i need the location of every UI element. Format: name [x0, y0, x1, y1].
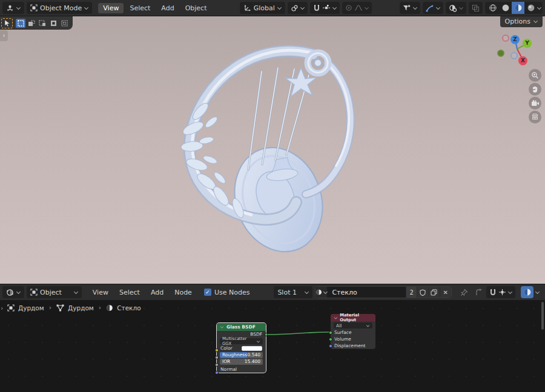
menu-select[interactable]: Select	[114, 287, 145, 298]
proportional-editing-group[interactable]	[342, 2, 372, 14]
snap-settings-group[interactable]	[310, 2, 340, 14]
node-wire-surface	[0, 300, 545, 392]
new-material-copy-button[interactable]	[428, 286, 440, 298]
zoom-button[interactable]	[529, 69, 541, 82]
unlink-material-button[interactable]: ✕	[440, 286, 451, 298]
overlays-dropdown[interactable]	[446, 2, 466, 14]
3d-viewport[interactable]: Options › Z Y X	[0, 16, 545, 284]
collapse-node-icon[interactable]	[220, 325, 224, 329]
breadcrumb-label: Дурдом	[68, 304, 94, 312]
socket-roughness[interactable]	[215, 356, 219, 359]
menu-object[interactable]: Object	[180, 3, 212, 13]
chevron-down-icon	[436, 6, 440, 10]
menu-view[interactable]: View	[98, 3, 124, 13]
glass-bsdf-node[interactable]: Glass BSDF BSDF Multiscatter GGX Color R…	[217, 323, 266, 373]
object-visibility-dropdown[interactable]	[400, 2, 420, 14]
socket-displacement[interactable]	[329, 344, 332, 348]
toolbar-expand-tab[interactable]: ›	[0, 30, 8, 41]
material-browse-dropdown[interactable]	[315, 286, 327, 298]
snap-toggle-group[interactable]	[288, 2, 308, 14]
shading-solid-button[interactable]	[499, 2, 512, 14]
select-intersect-button[interactable]	[59, 19, 69, 28]
select-extend-button[interactable]	[27, 19, 36, 28]
lyre-object[interactable]	[173, 44, 378, 270]
chevron-down-icon	[16, 290, 21, 295]
menu-add[interactable]: Add	[156, 3, 179, 13]
overlay-toggle-group[interactable]	[518, 286, 543, 298]
select-set-button[interactable]	[16, 19, 25, 28]
target-dropdown[interactable]: All	[334, 322, 372, 328]
shader-node-canvas[interactable]: › Дурдом › Дурдом › Стекло	[0, 300, 545, 392]
select-mode-group	[16, 19, 69, 28]
pin-icon[interactable]	[460, 289, 468, 296]
object-icon	[7, 304, 15, 312]
chevron-down-icon	[74, 290, 78, 295]
node-editor-scrollbar[interactable]	[541, 302, 544, 330]
shading-rendered-button[interactable]	[524, 2, 537, 14]
socket-bsdf-output[interactable]	[265, 333, 268, 336]
move-view-button[interactable]	[529, 83, 541, 96]
object-icon	[30, 289, 38, 296]
menu-select[interactable]: Select	[125, 3, 155, 13]
select-subtract-button[interactable]	[38, 19, 47, 28]
material-slot-dropdown[interactable]: Slot 1	[274, 286, 312, 298]
socket-normal[interactable]	[215, 371, 219, 374]
xray-toggle[interactable]	[469, 2, 483, 14]
magnet-icon	[489, 289, 497, 296]
fake-user-button[interactable]	[417, 286, 428, 298]
material-users-count[interactable]: 2	[406, 286, 416, 298]
gizmo-axis-z[interactable]: Z	[510, 35, 520, 44]
socket-ior[interactable]	[215, 363, 219, 367]
3d-viewport-editor-icon	[6, 4, 14, 11]
overlays-icon	[449, 4, 457, 12]
options-dropdown[interactable]: Options	[500, 16, 543, 27]
object-mode-icon	[30, 4, 38, 11]
chevron-down-icon	[508, 290, 512, 295]
perspective-toggle-button[interactable]	[529, 111, 541, 123]
node-snap-group[interactable]	[486, 286, 515, 298]
distribution-dropdown[interactable]: Multiscatter GGX	[220, 338, 263, 344]
mode-dropdown[interactable]: Object Mode	[27, 2, 92, 14]
menu-view[interactable]: View	[88, 287, 113, 298]
sidebar-expand-chevron[interactable]: ›	[1, 304, 3, 312]
node-overlays-button[interactable]	[521, 286, 533, 298]
gizmo-axis-y[interactable]: Y	[523, 39, 532, 48]
socket-volume[interactable]	[329, 338, 332, 341]
gizmo-axis-neg-y[interactable]	[497, 50, 504, 57]
navigation-gizmo[interactable]: Z Y X	[495, 31, 534, 70]
color-swatch[interactable]	[242, 346, 262, 351]
shader-type-label: Object	[40, 289, 62, 296]
material-output-node[interactable]: Material Output All Surface Volume Displ…	[331, 314, 375, 349]
shader-type-dropdown[interactable]: Object	[27, 286, 82, 298]
gizmo-axis-neg-x[interactable]	[502, 34, 509, 42]
use-nodes-toggle[interactable]: ✓ Use Nodes	[204, 289, 250, 296]
camera-view-button[interactable]	[529, 97, 541, 109]
glass-bsdf-header[interactable]: Glass BSDF	[217, 323, 266, 331]
roughness-slider[interactable]: Roughness 0.540	[220, 352, 263, 358]
displacement-label: Displacement	[334, 343, 366, 348]
collapse-node-icon[interactable]	[334, 316, 337, 319]
select-invert-button[interactable]	[48, 19, 58, 28]
transform-orientation-dropdown[interactable]: Global	[240, 2, 285, 14]
chevron-down-icon	[323, 290, 328, 295]
expand-chevron-icon: ›	[3, 32, 5, 39]
parent-node-tree-button[interactable]	[475, 289, 483, 296]
shader-editor-type-dropdown[interactable]	[2, 286, 24, 298]
shading-material-preview-button[interactable]	[512, 2, 524, 14]
socket-color[interactable]	[215, 348, 219, 352]
editor-type-dropdown[interactable]	[2, 2, 24, 14]
gizmo-axis-neg-z[interactable]	[510, 52, 518, 59]
shading-wireframe-button[interactable]	[486, 2, 499, 14]
menu-node[interactable]: Node	[170, 287, 197, 298]
duplicate-icon	[431, 289, 437, 296]
gizmo-axis-x[interactable]: X	[518, 56, 527, 65]
viewport-shading-group	[485, 2, 543, 14]
select-tool-button[interactable]	[1, 18, 13, 28]
gizmos-dropdown[interactable]	[423, 2, 443, 14]
menu-add[interactable]: Add	[146, 287, 168, 298]
material-name-field[interactable]: Стекло	[327, 289, 406, 296]
material-output-header[interactable]: Material Output	[331, 314, 375, 321]
ior-field[interactable]: IOR 15.400	[220, 359, 263, 365]
socket-surface[interactable]	[329, 331, 332, 335]
roughness-value: 0.540	[248, 352, 260, 358]
